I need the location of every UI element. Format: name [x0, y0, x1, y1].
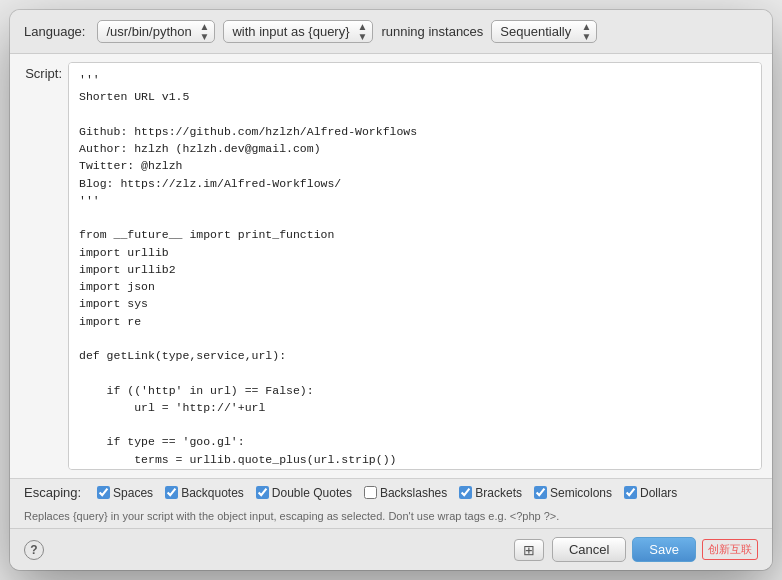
language-label: Language:	[24, 24, 85, 39]
language-select-wrapper: /usr/bin/python ▲▼	[97, 20, 215, 43]
hint-text: Replaces {query} in your script with the…	[24, 510, 559, 522]
escaping-checkbox-backquotes[interactable]	[165, 486, 178, 499]
escaping-option-label: Spaces	[113, 486, 153, 500]
escaping-option-backslashes[interactable]: Backslashes	[364, 486, 447, 500]
grid-icon: ⊞	[523, 542, 535, 558]
escaping-option-label: Dollars	[640, 486, 677, 500]
running-instances-label: running instances	[381, 24, 483, 39]
escaping-checkbox-brackets[interactable]	[459, 486, 472, 499]
input-select-wrapper: with input as {query} ▲▼	[223, 20, 373, 43]
escaping-bar: Escaping: SpacesBackquotesDouble QuotesB…	[10, 478, 772, 506]
escaping-option-label: Backslashes	[380, 486, 447, 500]
language-select[interactable]: /usr/bin/python	[97, 20, 215, 43]
escaping-label: Escaping:	[24, 485, 81, 500]
escaping-option-label: Brackets	[475, 486, 522, 500]
watermark-text: 创新互联	[708, 542, 752, 557]
escaping-checkbox-dollars[interactable]	[624, 486, 637, 499]
content-area: Script: ''' Shorten URL v1.5 Github: htt…	[10, 54, 772, 478]
running-select-wrapper: SequentiallyConcurrentlyAs Queue ▲▼	[491, 20, 597, 43]
escaping-option-dollars[interactable]: Dollars	[624, 486, 677, 500]
escaping-checkbox-spaces[interactable]	[97, 486, 110, 499]
script-editor[interactable]: ''' Shorten URL v1.5 Github: https://git…	[68, 62, 762, 470]
bottom-bar: ? ⊞ Cancel Save 创新互联	[10, 528, 772, 570]
escaping-option-label: Double Quotes	[272, 486, 352, 500]
escaping-option-label: Semicolons	[550, 486, 612, 500]
escaping-checkbox-backslashes[interactable]	[364, 486, 377, 499]
escaping-option-spaces[interactable]: Spaces	[97, 486, 153, 500]
grid-icon-button[interactable]: ⊞	[514, 539, 544, 561]
cancel-button[interactable]: Cancel	[552, 537, 626, 562]
escaping-option-label: Backquotes	[181, 486, 244, 500]
toolbar: Language: /usr/bin/python ▲▼ with input …	[10, 10, 772, 54]
script-label: Script:	[10, 54, 68, 478]
escaping-option-double-quotes[interactable]: Double Quotes	[256, 486, 352, 500]
help-button[interactable]: ?	[24, 540, 44, 560]
save-button[interactable]: Save	[632, 537, 696, 562]
hint-bar: Replaces {query} in your script with the…	[10, 506, 772, 528]
escaping-checkbox-double-quotes[interactable]	[256, 486, 269, 499]
escaping-option-backquotes[interactable]: Backquotes	[165, 486, 244, 500]
escaping-checkbox-semicolons[interactable]	[534, 486, 547, 499]
escaping-option-brackets[interactable]: Brackets	[459, 486, 522, 500]
input-select[interactable]: with input as {query}	[223, 20, 373, 43]
dialog: Language: /usr/bin/python ▲▼ with input …	[10, 10, 772, 570]
escaping-option-semicolons[interactable]: Semicolons	[534, 486, 612, 500]
watermark: 创新互联	[702, 539, 758, 560]
running-select[interactable]: SequentiallyConcurrentlyAs Queue	[491, 20, 597, 43]
